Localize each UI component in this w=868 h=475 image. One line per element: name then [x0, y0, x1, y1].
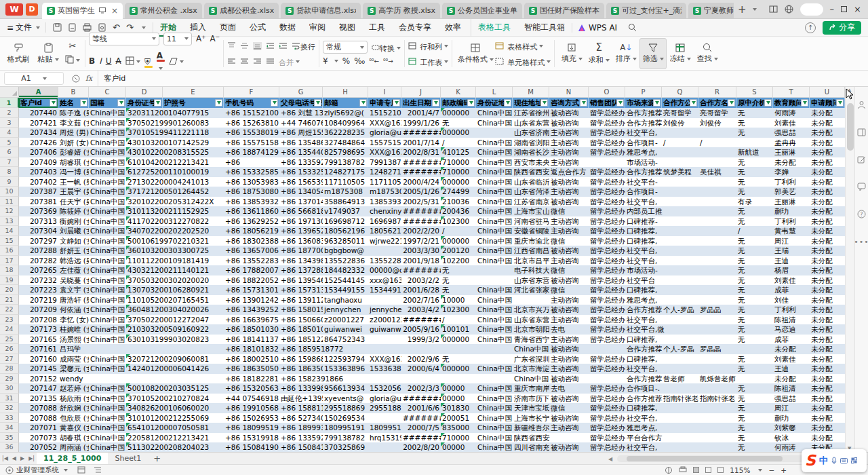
cell[interactable]: +86 1565399710	[279, 177, 323, 187]
cell[interactable]: 无	[736, 354, 773, 364]
cell[interactable]: 00000	[441, 383, 476, 394]
vertical-scroll-thumb[interactable]	[847, 103, 854, 151]
column-header-C[interactable]: C	[89, 87, 126, 97]
comment-icon[interactable]	[857, 183, 866, 191]
cell[interactable]	[89, 374, 126, 384]
cell[interactable]: China中国	[476, 364, 513, 374]
cell[interactable]: guiwanwei	[368, 324, 401, 335]
cell[interactable]: xyevents@	[323, 394, 368, 404]
cell[interactable]: 留学总经办	[589, 265, 625, 276]
header-cell[interactable]: 合作方名	[698, 98, 736, 108]
hscroll-left-icon[interactable]: ◀	[608, 456, 612, 462]
cell[interactable]	[662, 324, 698, 335]
cell[interactable]	[126, 374, 163, 384]
cell[interactable]: 无	[736, 177, 773, 187]
cell[interactable]: 无	[736, 403, 773, 413]
cell[interactable]	[662, 206, 698, 216]
cell[interactable]	[698, 216, 736, 227]
cell[interactable]: +86 周煜155380	[279, 128, 323, 138]
cell[interactable]: China中国	[89, 383, 126, 394]
cell[interactable]: 口碑推荐,	[625, 285, 662, 295]
cell[interactable]: 000000	[441, 364, 476, 374]
cell[interactable]: 00000	[441, 442, 476, 452]
cell[interactable]: 无	[441, 276, 476, 286]
cell[interactable]: +86 15319918	[224, 433, 279, 443]
cell[interactable]: 被动咨询	[549, 276, 589, 286]
cell[interactable]: 陕西省西安	[513, 167, 549, 177]
cell[interactable]: China中国	[476, 305, 513, 315]
header-cell[interactable]: 申请顾问	[810, 98, 845, 108]
cell[interactable]: +86 1582391866	[279, 374, 323, 384]
menu-会员专享[interactable]: 会员专享	[392, 19, 438, 37]
column-header-G[interactable]: G	[279, 87, 323, 97]
row-number[interactable]: 10	[0, 187, 19, 197]
cell[interactable]: 韩浩远 (男	[58, 256, 89, 266]
cell[interactable]: China中国	[89, 315, 126, 325]
undo-icon[interactable]: ↶	[113, 22, 120, 33]
menu-视图[interactable]: 视图	[332, 19, 362, 37]
cell[interactable]: 天津市宝坻	[513, 403, 549, 413]
cell[interactable]: 强思喆	[773, 394, 810, 404]
cell[interactable]: 郭美艺	[773, 187, 810, 197]
cell[interactable]: 无	[736, 305, 773, 315]
cell[interactable]	[698, 324, 736, 335]
cell[interactable]: 安徽省铜陵	[513, 226, 549, 236]
horizontal-scroll-thumb[interactable]	[627, 456, 783, 461]
insert-function-button[interactable]: fx	[85, 74, 92, 83]
justify-icon[interactable]	[266, 58, 275, 65]
decrease-decimal-button[interactable]: ⁰⁰→	[383, 58, 393, 64]
cell[interactable]: 社交平台,	[625, 246, 662, 256]
cell[interactable]: 合作项目-.	[625, 383, 662, 394]
cell[interactable]: 山东省东营	[513, 315, 549, 325]
cell[interactable]: 207145	[19, 364, 58, 374]
cell[interactable]	[163, 374, 224, 384]
cell[interactable]: 任天宇 (男	[58, 197, 89, 207]
cell[interactable]: ########	[401, 157, 441, 168]
cell[interactable]: 王丽淋	[773, 147, 810, 157]
cell[interactable]: 市场活动-	[625, 265, 662, 276]
cell[interactable]: China中国	[89, 177, 126, 187]
cell[interactable]: +86 1899937166	[279, 423, 323, 433]
cell[interactable]	[698, 265, 736, 276]
cell[interactable]	[126, 344, 163, 354]
cell[interactable]: 留学总经办	[589, 295, 625, 305]
cell[interactable]: 被动咨询	[549, 246, 589, 256]
cell[interactable]: 湖南省长沙	[513, 147, 549, 157]
cell[interactable]: 无	[736, 394, 773, 404]
header-cell[interactable]: 咨询方式	[549, 98, 589, 108]
cell[interactable]: 207409	[19, 157, 58, 168]
cell[interactable]: 李忆 (女)	[58, 315, 89, 325]
cell[interactable]: 2000/6/4	[401, 364, 441, 374]
cell[interactable]	[476, 128, 513, 138]
cell[interactable]: China中国	[89, 413, 126, 423]
filter-dropdown-icon[interactable]	[314, 99, 321, 107]
cell[interactable]: 未分配	[810, 383, 845, 394]
zoom-out-button[interactable]: −	[768, 466, 774, 474]
increase-indent-icon[interactable]	[279, 42, 288, 50]
row-number[interactable]: 34	[0, 423, 19, 433]
cell[interactable]: 留学总经办	[589, 177, 625, 187]
cell[interactable]: 310101200212255069	[126, 413, 163, 423]
cell[interactable]: 主动咨询	[549, 423, 589, 433]
file-menu[interactable]: ≡ 文件	[0, 22, 45, 33]
cell[interactable]: 成菲	[773, 285, 810, 295]
cell[interactable]: +86 1340540988	[279, 187, 323, 197]
cell[interactable]: 微信	[549, 236, 589, 246]
cell[interactable]: 2002/7/16	[401, 295, 441, 305]
cell[interactable]: 117110505	[323, 177, 368, 187]
cell[interactable]: v1749037	[323, 206, 368, 216]
cell[interactable]: 未分配	[810, 285, 845, 295]
cell[interactable]: 320102200205312422X	[126, 197, 163, 207]
cell[interactable]: 主动咨询	[549, 256, 589, 266]
row-number[interactable]: 14	[0, 226, 19, 236]
cell[interactable]	[698, 285, 736, 295]
cell[interactable]: 梁馨元 (女	[58, 364, 89, 374]
cell[interactable]: ########	[401, 206, 441, 216]
cell[interactable]: 207282	[19, 256, 58, 266]
cell[interactable]: 430321200211140121	[126, 265, 163, 276]
cell[interactable]: +86 1508419000	[279, 442, 323, 452]
cell[interactable]: 135522836	[368, 256, 401, 266]
cell[interactable]: 未分配	[810, 226, 845, 236]
redo-chevron-icon[interactable]	[142, 26, 146, 29]
cell[interactable]: 返点合作方	[549, 167, 589, 177]
